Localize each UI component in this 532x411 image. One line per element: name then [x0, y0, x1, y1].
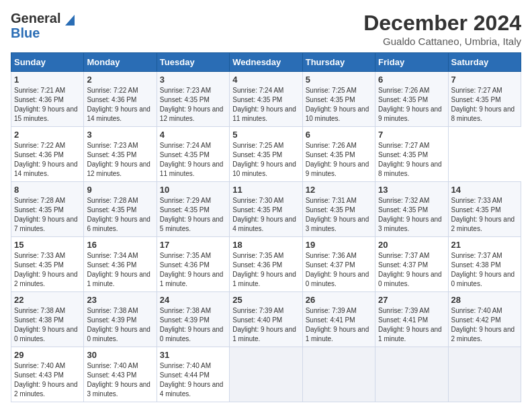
day-info: Sunrise: 7:26 AMSunset: 4:35 PMDaylight:… — [378, 87, 442, 122]
day-info: Sunrise: 7:34 AMSunset: 4:36 PMDaylight:… — [87, 252, 150, 287]
header-row: SundayMondayTuesdayWednesdayThursdayFrid… — [11, 53, 521, 72]
calendar-cell: 3 Sunrise: 7:23 AMSunset: 4:35 PMDayligh… — [84, 127, 157, 182]
day-number: 7 — [451, 75, 518, 85]
calendar-cell: 31 Sunrise: 7:40 AMSunset: 4:44 PMDaylig… — [157, 347, 229, 402]
location-title: Gualdo Cattaneo, Umbria, Italy — [363, 36, 521, 47]
day-number: 28 — [451, 295, 518, 305]
day-number: 4 — [160, 130, 226, 140]
calendar-cell: 2 Sunrise: 7:22 AMSunset: 4:36 PMDayligh… — [84, 72, 157, 127]
day-info: Sunrise: 7:23 AMSunset: 4:35 PMDaylight:… — [87, 142, 150, 177]
day-info: Sunrise: 7:40 AMSunset: 4:42 PMDaylight:… — [451, 307, 515, 342]
calendar-cell: 18 Sunrise: 7:35 AMSunset: 4:36 PMDaylig… — [230, 237, 302, 292]
header-day-sunday: Sunday — [11, 53, 84, 72]
day-number: 4 — [232, 75, 299, 85]
header-day-saturday: Saturday — [448, 53, 521, 72]
calendar-cell: 10 Sunrise: 7:29 AMSunset: 4:35 PMDaylig… — [157, 182, 229, 237]
calendar-cell: 9 Sunrise: 7:28 AMSunset: 4:35 PMDayligh… — [84, 182, 157, 237]
day-number: 17 — [160, 240, 226, 250]
calendar-cell: 23 Sunrise: 7:38 AMSunset: 4:39 PMDaylig… — [84, 292, 157, 347]
calendar-cell: 1 Sunrise: 7:21 AMSunset: 4:36 PMDayligh… — [11, 72, 84, 127]
day-number: 26 — [306, 295, 372, 305]
day-number: 16 — [87, 240, 153, 250]
day-number: 11 — [232, 185, 299, 195]
calendar-cell — [448, 347, 521, 402]
day-info: Sunrise: 7:39 AMSunset: 4:41 PMDaylight:… — [378, 307, 442, 342]
day-number: 25 — [232, 295, 299, 305]
day-number: 21 — [451, 240, 518, 250]
day-info: Sunrise: 7:36 AMSunset: 4:37 PMDaylight:… — [306, 252, 369, 287]
logo-general: General — [11, 11, 60, 26]
calendar-cell: 11 Sunrise: 7:30 AMSunset: 4:35 PMDaylig… — [230, 182, 302, 237]
day-number: 5 — [306, 75, 372, 85]
logo-blue: Blue — [11, 26, 75, 40]
day-number: 30 — [87, 350, 153, 360]
logo-triangle-icon — [65, 15, 75, 26]
day-info: Sunrise: 7:30 AMSunset: 4:35 PMDaylight:… — [232, 197, 296, 232]
calendar-cell: 19 Sunrise: 7:36 AMSunset: 4:37 PMDaylig… — [302, 237, 375, 292]
day-info: Sunrise: 7:31 AMSunset: 4:35 PMDaylight:… — [306, 197, 369, 232]
day-info: Sunrise: 7:22 AMSunset: 4:36 PMDaylight:… — [87, 87, 150, 122]
day-info: Sunrise: 7:29 AMSunset: 4:35 PMDaylight:… — [160, 197, 224, 232]
calendar-cell: 4 Sunrise: 7:24 AMSunset: 4:35 PMDayligh… — [230, 72, 302, 127]
page-header: General Blue December 2024 Gualdo Cattan… — [11, 11, 521, 47]
day-info: Sunrise: 7:40 AMSunset: 4:44 PMDaylight:… — [160, 362, 224, 398]
day-info: Sunrise: 7:28 AMSunset: 4:35 PMDaylight:… — [14, 197, 78, 232]
calendar-week-4: 15 Sunrise: 7:33 AMSunset: 4:35 PMDaylig… — [11, 237, 521, 292]
calendar-cell: 28 Sunrise: 7:40 AMSunset: 4:42 PMDaylig… — [448, 292, 521, 347]
day-number: 14 — [451, 185, 518, 195]
day-number: 2 — [87, 75, 153, 85]
calendar-week-3: 8 Sunrise: 7:28 AMSunset: 4:35 PMDayligh… — [11, 182, 521, 237]
calendar-cell: 22 Sunrise: 7:38 AMSunset: 4:38 PMDaylig… — [11, 292, 84, 347]
day-info: Sunrise: 7:21 AMSunset: 4:36 PMDaylight:… — [14, 87, 78, 122]
calendar-cell: 12 Sunrise: 7:31 AMSunset: 4:35 PMDaylig… — [302, 182, 375, 237]
day-number: 3 — [160, 75, 226, 85]
calendar-cell: 29 Sunrise: 7:40 AMSunset: 4:43 PMDaylig… — [11, 347, 84, 402]
day-number: 22 — [14, 295, 81, 305]
day-number: 7 — [378, 130, 445, 140]
day-info: Sunrise: 7:38 AMSunset: 4:39 PMDaylight:… — [160, 307, 224, 342]
day-info: Sunrise: 7:35 AMSunset: 4:36 PMDaylight:… — [232, 252, 296, 287]
header-day-thursday: Thursday — [302, 53, 375, 72]
day-info: Sunrise: 7:24 AMSunset: 4:35 PMDaylight:… — [232, 87, 296, 122]
calendar-cell: 7 Sunrise: 7:27 AMSunset: 4:35 PMDayligh… — [375, 127, 448, 182]
day-number: 19 — [306, 240, 372, 250]
month-title: December 2024 — [363, 11, 521, 36]
day-number: 2 — [14, 130, 81, 140]
day-number: 1 — [14, 75, 81, 85]
day-info: Sunrise: 7:37 AMSunset: 4:38 PMDaylight:… — [451, 252, 515, 287]
header-day-wednesday: Wednesday — [230, 53, 302, 72]
day-number: 8 — [14, 185, 81, 195]
calendar-cell: 3 Sunrise: 7:23 AMSunset: 4:35 PMDayligh… — [157, 72, 229, 127]
svg-marker-0 — [65, 15, 75, 26]
calendar-cell: 14 Sunrise: 7:33 AMSunset: 4:35 PMDaylig… — [448, 182, 521, 237]
calendar-cell: 13 Sunrise: 7:32 AMSunset: 4:35 PMDaylig… — [375, 182, 448, 237]
day-info: Sunrise: 7:27 AMSunset: 4:35 PMDaylight:… — [451, 87, 515, 122]
calendar-cell: 5 Sunrise: 7:25 AMSunset: 4:35 PMDayligh… — [302, 72, 375, 127]
calendar-cell: 15 Sunrise: 7:33 AMSunset: 4:35 PMDaylig… — [11, 237, 84, 292]
calendar-cell: 21 Sunrise: 7:37 AMSunset: 4:38 PMDaylig… — [448, 237, 521, 292]
day-info: Sunrise: 7:39 AMSunset: 4:41 PMDaylight:… — [306, 307, 369, 342]
day-number: 15 — [14, 240, 81, 250]
day-number: 9 — [87, 185, 153, 195]
title-block: December 2024 Gualdo Cattaneo, Umbria, I… — [363, 11, 521, 47]
calendar-cell: 2 Sunrise: 7:22 AMSunset: 4:36 PMDayligh… — [11, 127, 84, 182]
day-number: 20 — [378, 240, 445, 250]
calendar-week-6: 29 Sunrise: 7:40 AMSunset: 4:43 PMDaylig… — [11, 347, 521, 402]
day-info: Sunrise: 7:27 AMSunset: 4:35 PMDaylight:… — [378, 142, 442, 177]
day-info: Sunrise: 7:35 AMSunset: 4:36 PMDaylight:… — [160, 252, 224, 287]
day-info: Sunrise: 7:25 AMSunset: 4:35 PMDaylight:… — [306, 87, 369, 122]
day-number: 6 — [378, 75, 445, 85]
day-info: Sunrise: 7:32 AMSunset: 4:35 PMDaylight:… — [378, 197, 442, 232]
day-info: Sunrise: 7:24 AMSunset: 4:35 PMDaylight:… — [160, 142, 224, 177]
header-day-monday: Monday — [84, 53, 157, 72]
calendar-week-2: 2 Sunrise: 7:22 AMSunset: 4:36 PMDayligh… — [11, 127, 521, 182]
day-info: Sunrise: 7:33 AMSunset: 4:35 PMDaylight:… — [14, 252, 78, 287]
day-info: Sunrise: 7:38 AMSunset: 4:39 PMDaylight:… — [87, 307, 150, 342]
day-info: Sunrise: 7:28 AMSunset: 4:35 PMDaylight:… — [87, 197, 150, 232]
calendar-cell: 27 Sunrise: 7:39 AMSunset: 4:41 PMDaylig… — [375, 292, 448, 347]
day-number: 24 — [160, 295, 226, 305]
day-number: 23 — [87, 295, 153, 305]
calendar-cell: 20 Sunrise: 7:37 AMSunset: 4:37 PMDaylig… — [375, 237, 448, 292]
logo: General Blue — [11, 11, 75, 40]
day-number: 12 — [306, 185, 372, 195]
